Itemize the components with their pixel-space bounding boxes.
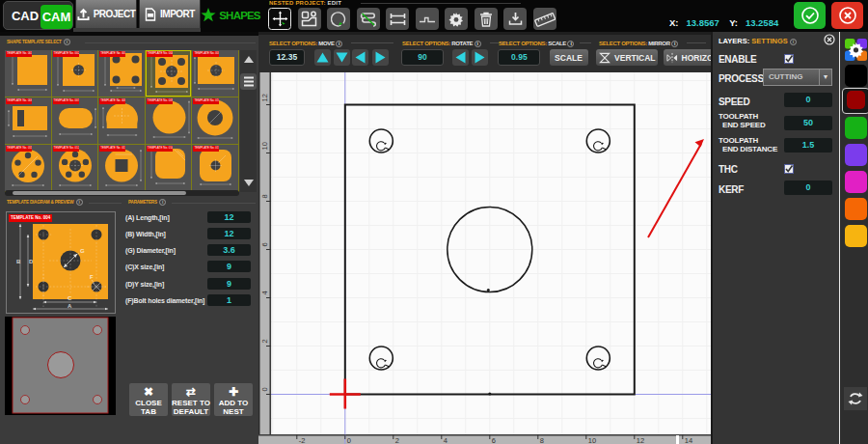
- svg-text:B: B: [16, 259, 21, 264]
- svg-text:4: 4: [444, 436, 448, 444]
- svg-text:12: 12: [260, 94, 269, 101]
- svg-text:A: A: [68, 303, 72, 309]
- svg-text:14: 14: [685, 436, 692, 444]
- svg-text:8: 8: [260, 194, 269, 198]
- svg-text:F: F: [90, 274, 94, 280]
- svg-text:6: 6: [260, 242, 269, 246]
- svg-text:G: G: [80, 248, 85, 254]
- svg-text:6: 6: [492, 436, 496, 444]
- svg-text:12: 12: [637, 436, 644, 444]
- svg-text:2: 2: [395, 436, 399, 444]
- svg-text:10: 10: [588, 436, 596, 444]
- svg-text:D: D: [29, 259, 34, 264]
- svg-text:C: C: [68, 295, 72, 301]
- svg-text:-2: -2: [299, 436, 306, 444]
- svg-text:0: 0: [260, 387, 269, 391]
- svg-text:8: 8: [540, 436, 544, 444]
- svg-text:0: 0: [347, 436, 351, 444]
- svg-text:4: 4: [260, 291, 269, 294]
- svg-text:2: 2: [260, 339, 269, 343]
- svg-text:10: 10: [260, 142, 269, 150]
